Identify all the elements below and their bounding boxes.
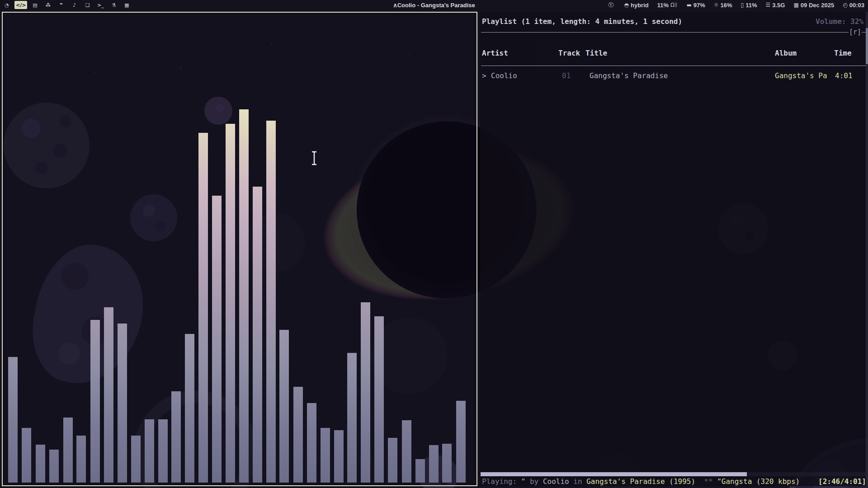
playlist-scrollbar[interactable]	[866, 12, 868, 486]
workspace-chat-icon[interactable]: ❞	[56, 1, 66, 9]
network-label: 3.5G	[772, 2, 785, 9]
workspace-flask-icon[interactable]: ⚗	[108, 1, 119, 9]
status-time: [2:46/4:01]	[818, 477, 866, 486]
visualizer-bar	[429, 445, 439, 483]
visualizer-bar	[171, 391, 181, 483]
visualizer-bar	[374, 316, 384, 483]
visualizer-bar	[212, 196, 222, 483]
audio-visualizer	[3, 13, 476, 485]
visualizer-bar	[266, 121, 276, 483]
row-track-number: 01	[562, 71, 571, 80]
status-segment: **	[700, 477, 717, 486]
tray-clock[interactable]: ◴00:03	[843, 2, 864, 9]
audio-volume-icon: Ωᛒ	[670, 2, 678, 8]
repeat-badge: [r]	[849, 30, 862, 34]
playback-progress-bar[interactable]	[481, 472, 866, 476]
separator-top: [r]	[481, 30, 866, 34]
visualizer-bar	[279, 330, 289, 483]
status-segment: in	[573, 477, 586, 486]
status-segment: "	[521, 477, 530, 486]
visualizer-bar	[76, 436, 86, 483]
tray-date[interactable]: ▦09 Dec 2025	[793, 2, 834, 9]
workspace-code-icon[interactable]: </>	[14, 1, 27, 9]
column-time: Time	[834, 49, 852, 57]
cpu-governor-icon: ◓	[624, 2, 629, 8]
clock-icon: ◴	[843, 2, 847, 8]
visualizer-bar	[185, 334, 194, 483]
volume-indicator: Volume: 32%	[816, 17, 863, 26]
tray-brightness[interactable]: ☼16%	[714, 2, 732, 9]
status-segment: by	[530, 477, 543, 486]
status-segment: Playing:	[482, 477, 521, 486]
row-title: Gangsta's Paradise	[590, 71, 668, 80]
visualizer-bar	[239, 109, 249, 483]
date-icon: ▦	[793, 2, 798, 8]
workspace-image-icon[interactable]: ▦	[121, 1, 132, 9]
status-segment: Gangsta's Paradise (1995)	[586, 477, 699, 486]
battery-icon: ▬	[686, 2, 691, 8]
date-label: 09 Dec 2025	[801, 2, 834, 9]
workspace-media-file-icon[interactable]: ♪	[69, 1, 80, 9]
network-icon: ☰	[766, 2, 771, 8]
visualizer-bar	[8, 357, 18, 483]
visualizer-bar	[118, 324, 127, 483]
moc-player-window[interactable]: Playlist (1 item, length: 4 minutes, 1 s…	[480, 12, 868, 486]
system-tray: Ⓨ◓hybrid11%Ωᛒ▬97%☼16%▯11%☰3.5G▦09 Dec 20…	[609, 1, 868, 9]
tray-cpu-governor[interactable]: ◓hybrid	[624, 2, 649, 9]
visualizer-bar	[307, 403, 316, 483]
audio-volume-label: 11%	[657, 2, 669, 9]
visualizer-bar	[347, 353, 357, 483]
status-segment: "Gangsta (320 kbps)	[717, 477, 800, 486]
playlist-column-headers: Artist Track Title Album Time	[480, 49, 868, 58]
brightness-label: 16%	[721, 2, 732, 9]
visualizer-bar	[293, 387, 303, 483]
row-pointer: >	[482, 71, 486, 80]
tray-privacy[interactable]: Ⓨ	[609, 1, 616, 9]
workspace-book-icon[interactable]: ▤	[29, 1, 40, 9]
visualizer-bar	[361, 302, 370, 483]
tray-network[interactable]: ☰3.5G	[766, 2, 785, 9]
playback-progress-fill	[481, 472, 747, 476]
playlist-row[interactable]: > Coolio 01 Gangsta's Paradise Gangsta's…	[480, 71, 868, 80]
visualizer-window[interactable]	[2, 12, 477, 486]
tray-battery[interactable]: ▬97%	[686, 2, 705, 9]
privacy-icon: Ⓨ	[609, 1, 614, 9]
visualizer-bar	[90, 320, 100, 483]
column-title: Title	[585, 49, 607, 57]
battery-label: 97%	[693, 2, 705, 9]
workspace-terminal-icon[interactable]: >_	[95, 1, 106, 9]
memory-label: 11%	[745, 2, 757, 9]
cpu-governor-label: hybrid	[631, 2, 649, 9]
column-artist: Artist	[482, 49, 508, 57]
tray-audio-volume[interactable]: 11%Ωᛒ	[657, 2, 678, 9]
visualizer-bar	[22, 428, 31, 483]
workspace-folder-icon[interactable]: ❏	[82, 1, 93, 9]
brightness-icon: ☼	[714, 2, 719, 8]
status-text: Playing: " by Coolio in Gangsta's Paradi…	[482, 477, 800, 486]
top-status-bar: ◔</>▤⁂❞♪❏>_⚗▦ ∧Coolio - Gangsta's Paradi…	[0, 0, 868, 10]
visualizer-bar	[402, 420, 411, 483]
clock-label: 00:03	[849, 2, 864, 9]
visualizer-bar	[456, 401, 466, 483]
visualizer-bar	[104, 307, 113, 483]
workspace-nodes-icon[interactable]: ⁂	[42, 1, 53, 9]
visualizer-bar	[334, 430, 344, 483]
visualizer-bar	[388, 438, 397, 483]
workspace-switcher: ◔</>▤⁂❞♪❏>_⚗▦	[1, 1, 132, 9]
playlist-summary: Playlist (1 item, length: 4 minutes, 1 s…	[482, 17, 682, 26]
text-cursor	[310, 150, 318, 168]
memory-icon: ▯	[741, 2, 744, 8]
separator-headers	[481, 66, 866, 66]
visualizer-bar	[36, 445, 45, 483]
row-album: Gangsta's Pa	[775, 71, 827, 80]
column-album: Album	[775, 49, 797, 57]
visualizer-bar	[442, 444, 452, 483]
visualizer-bar	[226, 124, 235, 483]
visualizer-bar	[253, 187, 262, 483]
tray-memory[interactable]: ▯11%	[741, 2, 757, 9]
visualizer-bar	[321, 428, 330, 483]
scrollbar-thumb[interactable]	[866, 28, 868, 64]
workspace-browser-icon[interactable]: ◔	[1, 1, 12, 9]
column-track: Track	[558, 49, 580, 57]
player-status-line: Playing: " by Coolio in Gangsta's Paradi…	[482, 477, 866, 486]
